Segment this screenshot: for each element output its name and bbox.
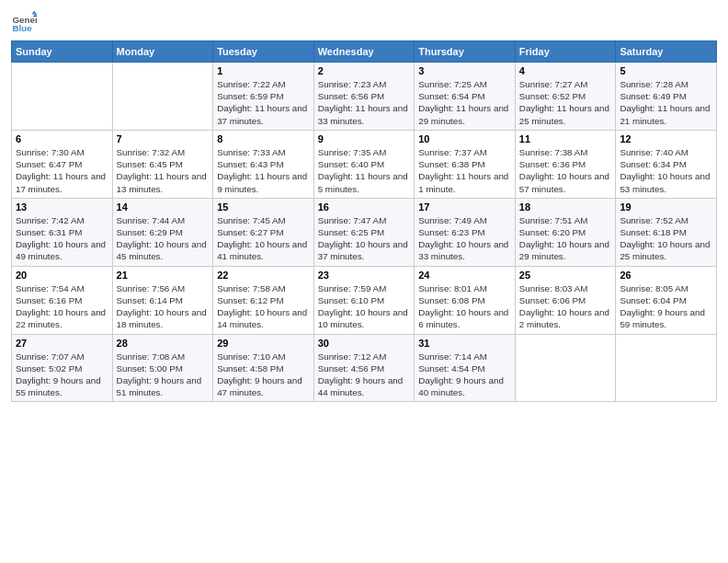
day-detail: Sunrise: 7:27 AMSunset: 6:52 PMDaylight:… [519,78,612,127]
day-number: 16 [318,201,411,213]
day-number: 12 [620,133,712,144]
svg-marker-2 [31,10,37,14]
day-detail: Sunrise: 7:51 AMSunset: 6:20 PMDaylight:… [519,214,612,263]
day-number: 26 [620,270,712,281]
day-detail: Sunrise: 7:44 AMSunset: 6:29 PMDaylight:… [117,214,210,263]
calendar-cell: 25Sunrise: 8:03 AMSunset: 6:06 PMDayligh… [515,266,616,334]
calendar-cell [515,334,616,402]
day-number: 13 [16,201,108,213]
calendar-cell: 27Sunrise: 7:07 AMSunset: 5:02 PMDayligh… [12,334,113,402]
weekday-header-thursday: Thursday [415,41,516,63]
day-number: 5 [620,65,712,76]
calendar-cell [12,63,113,131]
logo: General Blue [11,9,40,35]
day-number: 18 [519,201,612,213]
day-number: 4 [519,65,612,76]
day-number: 25 [519,270,612,281]
day-detail: Sunrise: 7:45 AMSunset: 6:27 PMDaylight:… [217,214,310,263]
day-detail: Sunrise: 7:25 AMSunset: 6:54 PMDaylight:… [418,78,511,127]
day-detail: Sunrise: 7:47 AMSunset: 6:25 PMDaylight:… [318,214,411,263]
calendar-cell: 5Sunrise: 7:28 AMSunset: 6:49 PMDaylight… [616,63,717,131]
calendar-cell: 29Sunrise: 7:10 AMSunset: 4:58 PMDayligh… [213,334,314,402]
calendar-cell: 21Sunrise: 7:56 AMSunset: 6:14 PMDayligh… [112,266,213,334]
calendar-cell: 18Sunrise: 7:51 AMSunset: 6:20 PMDayligh… [515,198,616,266]
day-detail: Sunrise: 7:42 AMSunset: 6:31 PMDaylight:… [16,214,108,263]
day-number: 15 [217,201,310,213]
calendar-cell: 2Sunrise: 7:23 AMSunset: 6:56 PMDaylight… [313,63,415,131]
calendar-cell: 30Sunrise: 7:12 AMSunset: 4:56 PMDayligh… [313,334,415,402]
day-detail: Sunrise: 7:58 AMSunset: 6:12 PMDaylight:… [217,282,310,331]
day-number: 29 [217,338,310,349]
day-detail: Sunrise: 7:14 AMSunset: 4:54 PMDaylight:… [418,350,511,399]
day-detail: Sunrise: 7:49 AMSunset: 6:23 PMDaylight:… [418,214,511,263]
calendar-cell: 1Sunrise: 7:22 AMSunset: 6:59 PMDaylight… [213,63,314,131]
calendar-cell: 31Sunrise: 7:14 AMSunset: 4:54 PMDayligh… [415,334,516,402]
day-number: 9 [318,133,411,144]
calendar-cell: 6Sunrise: 7:30 AMSunset: 6:47 PMDaylight… [12,130,113,198]
calendar-cell: 12Sunrise: 7:40 AMSunset: 6:34 PMDayligh… [616,130,717,198]
calendar-cell: 15Sunrise: 7:45 AMSunset: 6:27 PMDayligh… [213,198,314,266]
weekday-header-sunday: Sunday [12,41,113,63]
calendar-cell: 4Sunrise: 7:27 AMSunset: 6:52 PMDaylight… [515,63,616,131]
day-detail: Sunrise: 8:05 AMSunset: 6:04 PMDaylight:… [620,282,712,331]
calendar-cell: 20Sunrise: 7:54 AMSunset: 6:16 PMDayligh… [12,266,113,334]
day-number: 10 [418,133,511,144]
calendar-cell: 10Sunrise: 7:37 AMSunset: 6:38 PMDayligh… [415,130,516,198]
day-detail: Sunrise: 7:32 AMSunset: 6:45 PMDaylight:… [117,146,210,195]
day-number: 14 [117,201,210,213]
calendar-cell: 26Sunrise: 8:05 AMSunset: 6:04 PMDayligh… [616,266,717,334]
day-detail: Sunrise: 7:56 AMSunset: 6:14 PMDaylight:… [117,282,210,331]
day-number: 31 [418,338,511,349]
weekday-header-tuesday: Tuesday [213,41,314,63]
calendar-cell: 28Sunrise: 7:08 AMSunset: 5:00 PMDayligh… [112,334,213,402]
day-number: 27 [16,338,108,349]
day-number: 23 [318,270,411,281]
day-detail: Sunrise: 7:52 AMSunset: 6:18 PMDaylight:… [620,214,712,263]
calendar-cell: 24Sunrise: 8:01 AMSunset: 6:08 PMDayligh… [415,266,516,334]
calendar-table: SundayMondayTuesdayWednesdayThursdayFrid… [11,40,717,402]
calendar-cell: 22Sunrise: 7:58 AMSunset: 6:12 PMDayligh… [213,266,314,334]
day-detail: Sunrise: 7:07 AMSunset: 5:02 PMDaylight:… [16,350,108,399]
day-number: 3 [418,65,511,76]
calendar-cell [616,334,717,402]
day-detail: Sunrise: 7:10 AMSunset: 4:58 PMDaylight:… [217,350,310,399]
day-number: 20 [16,270,108,281]
day-detail: Sunrise: 7:08 AMSunset: 5:00 PMDaylight:… [117,350,210,399]
day-number: 30 [318,338,411,349]
day-detail: Sunrise: 7:22 AMSunset: 6:59 PMDaylight:… [217,78,310,127]
day-detail: Sunrise: 7:59 AMSunset: 6:10 PMDaylight:… [318,282,411,331]
day-number: 7 [117,133,210,144]
calendar-container: General Blue SundayMondayTuesdayWednesda… [0,0,728,409]
day-number: 11 [519,133,612,144]
day-detail: Sunrise: 7:37 AMSunset: 6:38 PMDaylight:… [418,146,511,195]
calendar-cell: 9Sunrise: 7:35 AMSunset: 6:40 PMDaylight… [313,130,415,198]
day-detail: Sunrise: 7:38 AMSunset: 6:36 PMDaylight:… [519,146,612,195]
day-number: 2 [318,65,411,76]
header: General Blue [11,9,717,35]
calendar-cell: 7Sunrise: 7:32 AMSunset: 6:45 PMDaylight… [112,130,213,198]
day-number: 21 [117,270,210,281]
calendar-cell [112,63,213,131]
calendar-cell: 11Sunrise: 7:38 AMSunset: 6:36 PMDayligh… [515,130,616,198]
day-number: 1 [217,65,310,76]
day-number: 19 [620,201,712,213]
day-detail: Sunrise: 7:28 AMSunset: 6:49 PMDaylight:… [620,78,712,127]
logo-icon: General Blue [11,9,37,35]
calendar-cell: 23Sunrise: 7:59 AMSunset: 6:10 PMDayligh… [313,266,415,334]
day-number: 17 [418,201,511,213]
calendar-cell: 8Sunrise: 7:33 AMSunset: 6:43 PMDaylight… [213,130,314,198]
day-detail: Sunrise: 8:03 AMSunset: 6:06 PMDaylight:… [519,282,612,331]
day-detail: Sunrise: 7:23 AMSunset: 6:56 PMDaylight:… [318,78,411,127]
day-detail: Sunrise: 7:12 AMSunset: 4:56 PMDaylight:… [318,350,411,399]
day-detail: Sunrise: 7:35 AMSunset: 6:40 PMDaylight:… [318,146,411,195]
calendar-cell: 3Sunrise: 7:25 AMSunset: 6:54 PMDaylight… [415,63,516,131]
day-number: 28 [117,338,210,349]
day-detail: Sunrise: 7:33 AMSunset: 6:43 PMDaylight:… [217,146,310,195]
calendar-cell: 13Sunrise: 7:42 AMSunset: 6:31 PMDayligh… [12,198,113,266]
weekday-header-saturday: Saturday [616,41,717,63]
weekday-header-wednesday: Wednesday [313,41,415,63]
calendar-cell: 16Sunrise: 7:47 AMSunset: 6:25 PMDayligh… [313,198,415,266]
svg-text:Blue: Blue [12,23,32,33]
day-number: 8 [217,133,310,144]
calendar-cell: 19Sunrise: 7:52 AMSunset: 6:18 PMDayligh… [616,198,717,266]
